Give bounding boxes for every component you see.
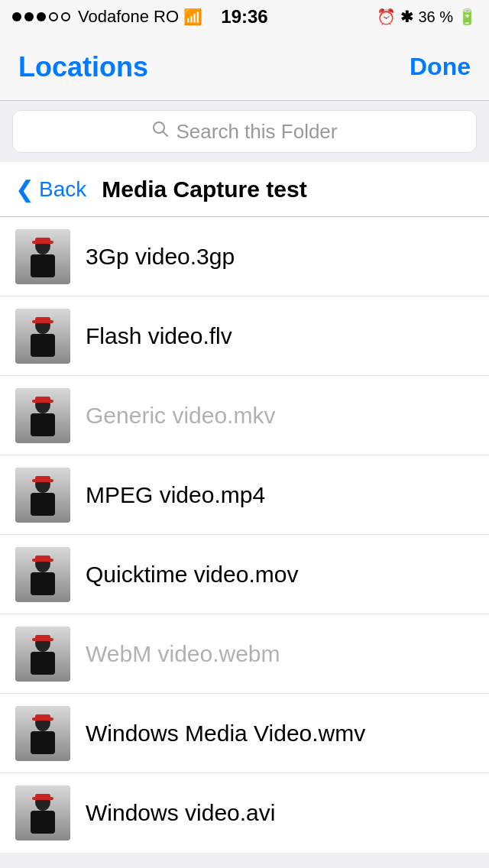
- list-item[interactable]: MPEG video.mp4: [0, 455, 489, 535]
- svg-rect-41: [31, 731, 55, 754]
- svg-rect-37: [32, 638, 53, 641]
- signal-dot-2: [24, 12, 34, 21]
- file-thumbnail: [15, 388, 70, 443]
- file-thumbnail: [15, 785, 70, 840]
- nav-bar: Locations Done: [0, 34, 489, 101]
- file-name: Generic video.mkv: [86, 403, 474, 429]
- signal-icon: [12, 12, 70, 21]
- status-left: Vodafone RO 📶: [12, 7, 202, 27]
- list-item[interactable]: Quicktime video.mov: [0, 535, 489, 614]
- file-name: Windows Media Video.wmv: [86, 721, 474, 747]
- signal-dot-5: [61, 12, 70, 21]
- file-name: 3Gp video.3gp: [86, 244, 474, 270]
- back-button[interactable]: ❮ Back: [15, 176, 86, 202]
- svg-rect-43: [32, 717, 53, 721]
- signal-dot-3: [37, 12, 46, 21]
- status-right: ⏰ ✱ 36 % 🔋: [377, 8, 477, 26]
- sub-nav-title: Media Capture test: [102, 177, 306, 202]
- svg-rect-31: [32, 559, 53, 562]
- file-thumbnail: [15, 468, 70, 523]
- list-item: Generic video.mkv: [0, 376, 489, 455]
- status-bar: Vodafone RO 📶 19:36 ⏰ ✱ 36 % 🔋: [0, 0, 489, 34]
- file-name: Flash video.flv: [86, 323, 474, 349]
- file-thumbnail: [15, 627, 70, 682]
- back-chevron-icon: ❮: [15, 176, 34, 202]
- svg-rect-23: [31, 493, 55, 516]
- svg-line-1: [163, 132, 167, 137]
- svg-rect-25: [32, 479, 53, 482]
- svg-rect-7: [32, 241, 53, 244]
- svg-rect-5: [31, 254, 55, 277]
- list-item: WebM video.webm: [0, 614, 489, 694]
- signal-dot-4: [49, 12, 58, 21]
- search-icon: [152, 121, 169, 142]
- battery-label: 36 %: [418, 8, 453, 26]
- svg-rect-49: [32, 797, 53, 800]
- svg-rect-13: [32, 320, 53, 323]
- file-thumbnail: [15, 229, 70, 284]
- file-thumbnail: [15, 706, 70, 761]
- file-thumbnail: [15, 547, 70, 602]
- svg-rect-29: [31, 572, 55, 595]
- file-name: Windows video.avi: [86, 800, 474, 826]
- wifi-icon: 📶: [183, 8, 202, 26]
- status-time: 19:36: [221, 6, 267, 28]
- svg-rect-19: [32, 400, 53, 403]
- file-list: 3Gp video.3gp Flash video.flv Ge: [0, 217, 489, 853]
- list-item[interactable]: 3Gp video.3gp: [0, 217, 489, 296]
- list-item[interactable]: Flash video.flv: [0, 296, 489, 376]
- file-name: Quicktime video.mov: [86, 562, 474, 588]
- list-item[interactable]: Windows video.avi: [0, 773, 489, 853]
- file-name: WebM video.webm: [86, 641, 474, 667]
- search-container: Search this Folder: [0, 101, 489, 162]
- list-item[interactable]: Windows Media Video.wmv: [0, 694, 489, 773]
- alarm-icon: ⏰: [377, 8, 396, 26]
- search-placeholder: Search this Folder: [176, 120, 338, 144]
- nav-title: Locations: [18, 51, 148, 83]
- svg-rect-17: [31, 413, 55, 436]
- carrier-label: Vodafone RO: [78, 7, 179, 27]
- signal-dot-1: [12, 12, 21, 21]
- sub-nav: ❮ Back Media Capture test: [0, 162, 489, 217]
- file-name: MPEG video.mp4: [86, 482, 474, 508]
- battery-icon: 🔋: [458, 8, 477, 26]
- done-button[interactable]: Done: [410, 53, 471, 81]
- svg-rect-35: [31, 652, 55, 675]
- bluetooth-icon: ✱: [400, 8, 413, 26]
- back-label: Back: [39, 177, 86, 202]
- svg-rect-47: [31, 811, 55, 834]
- svg-rect-11: [31, 334, 55, 357]
- file-thumbnail: [15, 309, 70, 364]
- search-bar[interactable]: Search this Folder: [12, 110, 477, 153]
